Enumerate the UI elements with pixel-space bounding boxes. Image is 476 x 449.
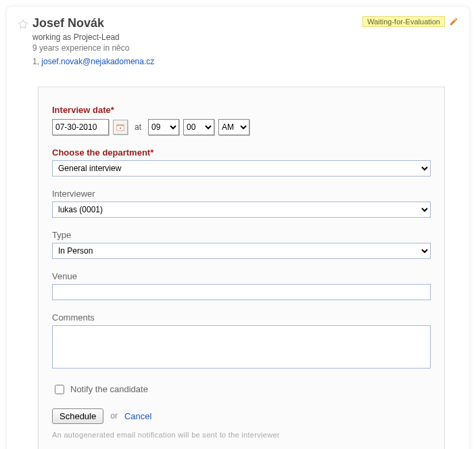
schedule-form: Interview date* at 09 00 (38, 87, 445, 449)
edit-status-icon[interactable] (449, 17, 458, 26)
footnote: An autogenerated email notification will… (52, 431, 431, 439)
label-venue: Venue (52, 271, 431, 281)
comments-textarea[interactable] (52, 325, 431, 369)
interviewer-select[interactable]: lukas (0001) (52, 202, 431, 218)
type-select[interactable]: In Person (52, 243, 431, 259)
schedule-button[interactable]: Schedule (52, 408, 103, 424)
row-department: Choose the department* General interview (52, 147, 431, 176)
or-text: or (110, 411, 118, 421)
row-comments: Comments (52, 312, 431, 371)
label-interviewer: Interviewer (52, 189, 431, 199)
svg-rect-1 (117, 124, 124, 126)
row-interviewer: Interviewer lukas (0001) (52, 189, 431, 218)
row-notify: Notify the candidate (52, 383, 431, 396)
candidate-email-link[interactable]: josef.novak@nejakadomena.cz (41, 57, 154, 66)
row-type: Type In Person (52, 230, 431, 259)
label-comments: Comments (52, 312, 431, 323)
hour-select[interactable]: 09 (148, 119, 179, 135)
cancel-link[interactable]: Cancel (124, 411, 151, 421)
status-wrap: Waiting-for-Evaluation (362, 16, 458, 27)
department-select[interactable]: General interview (52, 160, 431, 176)
label-type: Type (52, 230, 431, 240)
row-interview-date: Interview date* at 09 00 (52, 105, 431, 135)
interview-date-input[interactable] (52, 119, 109, 135)
svg-point-2 (120, 127, 121, 128)
venue-input[interactable] (52, 284, 431, 300)
minute-select[interactable]: 00 (183, 119, 214, 135)
label-department: Choose the department* (52, 147, 431, 158)
candidate-contact: 1, josef.novak@nejakadomena.cz (32, 57, 362, 66)
title-block: Josef Novák working as Project-Lead 9 ye… (32, 16, 362, 66)
notify-checkbox[interactable] (55, 385, 64, 394)
calendar-icon[interactable] (113, 120, 128, 135)
label-notify: Notify the candidate (70, 384, 148, 394)
candidate-role: working as Project-Lead (32, 32, 362, 42)
favorite-star-icon[interactable] (18, 19, 28, 30)
ampm-select[interactable]: AM (218, 119, 249, 135)
candidate-card: Josef Novák working as Project-Lead 9 ye… (7, 7, 469, 449)
status-badge: Waiting-for-Evaluation (362, 16, 445, 27)
card-header: Josef Novák working as Project-Lead 9 ye… (18, 16, 458, 66)
candidate-experience: 9 years experience in něco (32, 43, 362, 53)
at-label: at (132, 122, 144, 132)
row-venue: Venue (52, 271, 431, 300)
contact-prefix: 1, (32, 57, 41, 66)
action-row: Schedule or Cancel (52, 408, 431, 424)
label-interview-date: Interview date* (52, 105, 431, 115)
candidate-name: Josef Novák (32, 16, 362, 31)
